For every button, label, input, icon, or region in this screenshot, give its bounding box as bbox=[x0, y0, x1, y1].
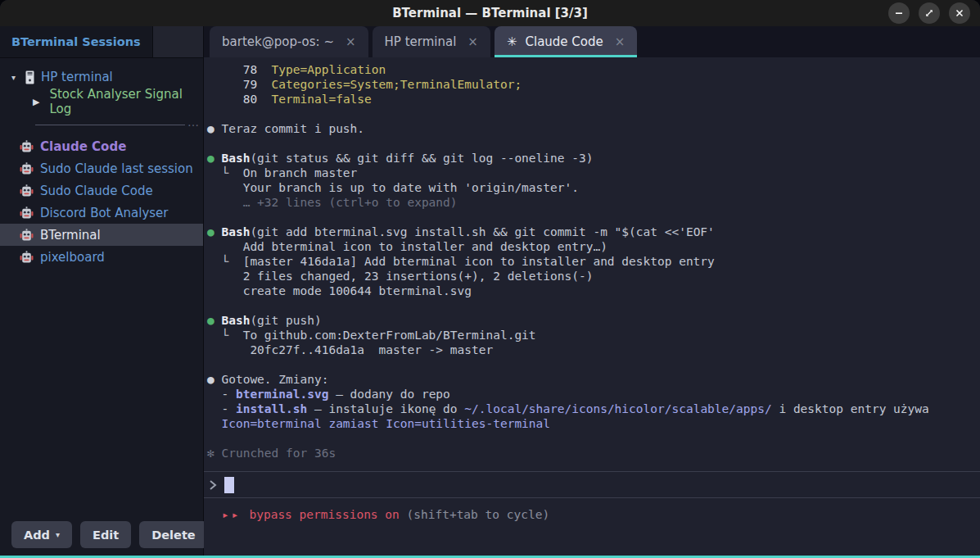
delete-button[interactable]: Delete bbox=[139, 521, 207, 548]
text-cursor bbox=[224, 477, 234, 493]
sidebar-header: BTerminal Sessions bbox=[0, 26, 203, 58]
terminal-line: 2 files changed, 23 insertions(+), 2 del… bbox=[207, 269, 973, 284]
session-label: BTerminal bbox=[40, 228, 101, 243]
terminal-line: Icon=bterminal zamiast Icon=utilities-te… bbox=[207, 416, 973, 431]
session-list: Claude CodeSudo Claude last sessionSudo … bbox=[0, 135, 203, 268]
prompt-chevron-icon bbox=[209, 479, 217, 492]
close-tab-icon[interactable]: × bbox=[467, 34, 478, 49]
tab-bartek-pop-os[interactable]: bartek@pop-os: ~× bbox=[210, 26, 368, 57]
terminal-line: create mode 100644 bterminal.svg bbox=[207, 284, 973, 298]
robot-icon bbox=[20, 229, 34, 242]
button-label: Add bbox=[24, 529, 50, 542]
title-bar: BTerminal — BTerminal [3/3] bbox=[0, 0, 980, 26]
play-icon: ▶ bbox=[33, 97, 39, 107]
tab-bar: bartek@pop-os: ~×HP terminal×✳Claude Cod… bbox=[204, 26, 980, 57]
terminal-line: ✻ Crunched for 36s bbox=[207, 446, 973, 460]
terminal-line: Your branch is up to date with 'origin/m… bbox=[207, 180, 973, 195]
button-label: Delete bbox=[151, 529, 195, 542]
divider-line bbox=[35, 125, 185, 125]
permissions-status-text: bypass permissions on bbox=[249, 508, 399, 521]
terminal-line: └ To github.com:DexterFromLab/BTerminal.… bbox=[207, 328, 973, 343]
permissions-status-bar[interactable]: ▸▸ bypass permissions on (shift+tab to c… bbox=[204, 498, 980, 556]
close-icon bbox=[955, 8, 964, 18]
close-tab-icon[interactable]: × bbox=[615, 34, 625, 49]
window-title: BTerminal — BTerminal [3/3] bbox=[0, 6, 980, 20]
divider-dots-icon: … bbox=[187, 116, 200, 128]
robot-icon bbox=[20, 162, 34, 175]
caret-down-icon[interactable]: ▾ bbox=[8, 73, 19, 82]
session-label: pixelboard bbox=[40, 250, 105, 265]
tree-item-stock-analyser-signal-log[interactable]: ▶ Stock Analyser Signal Log bbox=[0, 89, 203, 114]
terminal-line: ● Bash(git add bterminal.svg install.sh … bbox=[207, 225, 973, 239]
terminal: 78 Type=Application 79 Categories=System… bbox=[204, 57, 980, 556]
tree-item-hp-terminal[interactable]: ▾ HP terminal bbox=[0, 65, 203, 89]
tab-label: bartek@pop-os: ~ bbox=[222, 34, 334, 49]
caret-down-icon: ▾ bbox=[56, 530, 60, 539]
terminal-line: Add bterminal icon to installer and desk… bbox=[207, 239, 973, 254]
terminal-line: ● Bash(git status && git diff && git log… bbox=[207, 151, 973, 166]
session-label: Sudo Claude last session bbox=[40, 161, 193, 176]
session-item-sudo-claude-code[interactable]: Sudo Claude Code bbox=[0, 179, 203, 202]
tab-claude-code[interactable]: ✳Claude Code× bbox=[495, 26, 637, 57]
sidebar-buttons: Add▾EditDelete bbox=[0, 521, 203, 556]
sessions-sidebar: BTerminal Sessions ▾ HP terminal ▶ Stock… bbox=[0, 26, 204, 556]
session-label: Sudo Claude Code bbox=[40, 184, 153, 198]
permissions-hint-text: (shift+tab to cycle) bbox=[407, 508, 550, 521]
close-tab-icon[interactable]: × bbox=[345, 34, 356, 49]
bterminal-window: BTerminal — BTerminal [3/3] BTerminal Se… bbox=[0, 0, 980, 558]
host-label: HP terminal bbox=[41, 70, 113, 84]
session-label: Discord Bot Analyser bbox=[40, 206, 168, 220]
session-item-discord-bot-analyser[interactable]: Discord Bot Analyser bbox=[0, 202, 203, 224]
terminal-line bbox=[207, 107, 973, 121]
session-item-pixelboard[interactable]: pixelboard bbox=[0, 246, 203, 268]
terminal-line: ● Bash(git push) bbox=[207, 313, 973, 328]
session-item-claude-code[interactable]: Claude Code bbox=[0, 135, 203, 157]
robot-icon bbox=[20, 184, 34, 197]
minimize-button[interactable] bbox=[888, 2, 910, 24]
add-button[interactable]: Add▾ bbox=[11, 521, 72, 548]
terminal-line: 78 Type=Application bbox=[207, 62, 973, 77]
tab-label: Claude Code bbox=[525, 34, 603, 49]
terminal-line: … +32 lines (ctrl+o to expand) bbox=[207, 195, 973, 210]
prompt-row[interactable] bbox=[204, 472, 980, 497]
tab-hp-terminal[interactable]: HP terminal× bbox=[373, 26, 490, 57]
main-area: bartek@pop-os: ~×HP terminal×✳Claude Cod… bbox=[204, 26, 980, 556]
terminal-line: ● Gotowe. Zmiany: bbox=[207, 372, 973, 387]
terminal-line: - bterminal.svg — dodany do repo bbox=[207, 387, 973, 401]
tab-label: HP terminal bbox=[385, 34, 457, 49]
terminal-line bbox=[207, 431, 973, 446]
terminal-line: 20fc27f..416da1a master -> master bbox=[207, 343, 973, 357]
maximize-icon bbox=[924, 8, 934, 18]
terminal-line bbox=[207, 357, 973, 372]
terminal-line: └ [master 416da1a] Add bterminal icon to… bbox=[207, 254, 973, 269]
sidebar-header-tab: BTerminal Sessions bbox=[0, 26, 153, 57]
minimize-icon bbox=[894, 8, 904, 18]
robot-icon bbox=[20, 206, 34, 220]
terminal-line bbox=[207, 210, 973, 225]
session-item-sudo-claude-last-session[interactable]: Sudo Claude last session bbox=[0, 157, 203, 179]
terminal-line: └ On branch master bbox=[207, 166, 973, 180]
maximize-button[interactable] bbox=[919, 2, 940, 24]
edit-button[interactable]: Edit bbox=[80, 521, 131, 548]
sidebar-header-filler bbox=[153, 26, 203, 57]
sidebar-divider: … bbox=[0, 114, 203, 135]
session-label: Claude Code bbox=[40, 139, 126, 154]
close-button[interactable] bbox=[949, 2, 970, 24]
session-tree: ▾ HP terminal ▶ Stock Analyser Signal Lo… bbox=[0, 58, 203, 268]
computer-icon bbox=[25, 70, 35, 84]
button-label: Edit bbox=[93, 529, 119, 542]
terminal-line: - install.sh — instaluje ikonę do ~/.loc… bbox=[207, 401, 973, 416]
session-item-bterminal[interactable]: BTerminal bbox=[0, 224, 203, 246]
terminal-line: 80 Terminal=false bbox=[207, 92, 973, 107]
terminal-output: 78 Type=Application 79 Categories=System… bbox=[204, 57, 980, 471]
robot-icon bbox=[20, 140, 34, 153]
robot-icon bbox=[20, 251, 34, 264]
double-arrow-icon: ▸▸ bbox=[222, 508, 241, 521]
terminal-line: ● Teraz commit i push. bbox=[207, 121, 973, 136]
terminal-line: 79 Categories=System;TerminalEmulator; bbox=[207, 77, 973, 92]
session-log-label: Stock Analyser Signal Log bbox=[49, 87, 203, 116]
window-controls bbox=[888, 2, 980, 24]
activity-asterisk-icon: ✳ bbox=[507, 34, 517, 49]
terminal-line bbox=[207, 136, 973, 151]
terminal-line bbox=[207, 298, 973, 313]
